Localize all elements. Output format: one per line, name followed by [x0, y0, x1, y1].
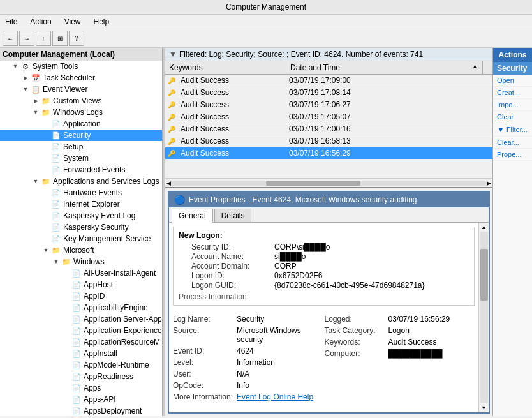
filter-icon-action: ▼ [497, 125, 505, 134]
scroll-up-btn[interactable]: ▲ [481, 224, 487, 230]
sidebar-item-apps-deployment[interactable]: 📄 AppsDeployment [0, 405, 162, 416]
setup-log-icon: 📄 [51, 142, 61, 152]
sidebar-item-all-user-install[interactable]: 📄 All-User-Install-Agent [0, 267, 162, 279]
sidebar-item-app-experience[interactable]: 📄 Application-Experience [0, 325, 162, 336]
sidebar-item-kaspersky-event[interactable]: 📄 Kaspersky Event Log [0, 210, 162, 221]
sidebar-item-event-viewer[interactable]: ▼ 📋 Event Viewer [0, 84, 162, 95]
tab-details[interactable]: Details [214, 209, 252, 222]
event-properties-tabs: General Details [169, 207, 489, 223]
info-label: Task Category: [325, 326, 388, 335]
table-row[interactable]: 🔑 Audit Success 03/07/19 16:58:13 [165, 135, 492, 147]
windows-folder-icon: 📁 [61, 257, 71, 267]
table-row[interactable]: 🔑 Audit Success 03/07/19 17:08:14 [165, 87, 492, 99]
sidebar-item-system[interactable]: 📄 System [0, 153, 162, 164]
up-button[interactable]: ↑ [36, 31, 51, 46]
scroll-left-btn[interactable]: ◀ [166, 180, 171, 186]
sidebar-item-microsoft[interactable]: ▼ 📁 Microsoft [0, 244, 162, 256]
sidebar-item-appreadiness[interactable]: 📄 AppReadiness [0, 371, 162, 382]
sidebar-item-custom-views[interactable]: ▶ 📁 Custom Views [0, 95, 162, 107]
sidebar-item-applicability-engine[interactable]: 📄 ApplicabilityEngine [0, 302, 162, 313]
spacer [41, 165, 51, 175]
action-import[interactable]: Impo... [493, 99, 532, 111]
info-label: Source: [173, 326, 237, 344]
properties-scrollbar[interactable]: ▲ ▼ [478, 223, 489, 412]
info-row: Task Category: Logon [325, 325, 475, 336]
logon-field-value: 0x6752D02F6 [274, 271, 322, 280]
table-row[interactable]: 🔑 Audit Success 03/07/19 17:09:00 [165, 75, 492, 87]
sidebar-item-label: Application-Experience [84, 326, 162, 335]
action-clear[interactable]: Clear [493, 111, 532, 123]
sidebar-item-key-management[interactable]: 📄 Key Management Service [0, 233, 162, 244]
info-row: Event ID: 4624 [173, 345, 323, 357]
sidebar-item-app-resource-m[interactable]: 📄 ApplicationResourceM [0, 336, 162, 348]
menu-help[interactable]: Help [91, 16, 112, 27]
info-label: More Information: [173, 392, 237, 401]
sidebar-item-kaspersky-security[interactable]: 📄 Kaspersky Security [0, 221, 162, 233]
log-icon: 📄 [71, 371, 82, 382]
sidebar-item-task-scheduler[interactable]: ▶ 📅 Task Scheduler [0, 72, 162, 84]
back-button[interactable]: ← [3, 31, 18, 46]
table-row[interactable]: 🔑 Audit Success 03/07/19 17:05:07 [165, 111, 492, 123]
sidebar-item-apps-api[interactable]: 📄 Apps-API [0, 394, 162, 405]
sidebar-item-appid[interactable]: 📄 AppID [0, 290, 162, 302]
sidebar-item-windows-folder[interactable]: ▼ 📁 Windows [0, 256, 162, 267]
info-label: Keywords: [325, 338, 388, 347]
sidebar-item-setup[interactable]: 📄 Setup [0, 141, 162, 153]
sidebar-item-forwarded-events[interactable]: 📄 Forwarded Events [0, 164, 162, 175]
expand-icon: ▼ [31, 107, 41, 117]
event-log-online-help-link[interactable]: Event Log Online Help [237, 392, 313, 401]
action-properties[interactable]: Prope... [493, 149, 532, 161]
sidebar-item-windows-logs[interactable]: ▼ 📁 Windows Logs [0, 107, 162, 118]
scroll-right-btn[interactable]: ▶ [487, 180, 491, 186]
table-row[interactable]: 🔑 Audit Success 03/07/19 16:56:29 [165, 147, 492, 160]
custom-views-icon: 📁 [41, 96, 51, 106]
filter-bar: ▼ Filtered: Log: Security; Source: ; Eve… [165, 48, 492, 61]
expand-icon: ▶ [20, 73, 31, 83]
sidebar-item-system-tools[interactable]: ▼ ⚙ System Tools [0, 61, 162, 72]
horizontal-scrollbar[interactable]: ◀ ▶ [165, 178, 492, 187]
log-icon: 📄 [71, 291, 82, 301]
sidebar-item-app-server[interactable]: 📄 Application Server-App [0, 313, 162, 325]
sidebar-item-label: Task Scheduler [43, 73, 95, 82]
help-button[interactable]: ? [69, 31, 84, 46]
sidebar-item-security[interactable]: 📄 Security [0, 130, 162, 141]
sidebar-item-application[interactable]: 📄 Application [0, 118, 162, 130]
action-create[interactable]: Creat... [493, 87, 532, 99]
sidebar-item-internet-explorer[interactable]: 📄 Internet Explorer [0, 198, 162, 210]
spacer [61, 280, 71, 290]
table-row[interactable]: 🔑 Audit Success 03/07/19 17:06:27 [165, 99, 492, 111]
table-row[interactable]: 🔑 Audit Success 03/07/19 17:00:16 [165, 123, 492, 135]
sidebar-item-app-services-logs[interactable]: ▼ 📁 Applications and Services Logs [0, 175, 162, 187]
spacer [61, 314, 71, 324]
action-open[interactable]: Open [493, 75, 532, 87]
spacer [61, 371, 71, 382]
scroll-down-btn[interactable]: ▼ [481, 405, 487, 411]
menu-action[interactable]: Action [27, 16, 54, 27]
sidebar-item-label: ApplicationResourceM [84, 338, 160, 347]
actions-header: Actions [493, 48, 532, 62]
action-clear2[interactable]: Clear... [493, 137, 532, 149]
logon-row: Account Name: si████o [179, 252, 469, 261]
vert-scroll-track[interactable] [480, 232, 488, 403]
sidebar-item-appmodel-runtime[interactable]: 📄 AppModel-Runtime [0, 359, 162, 371]
tab-general[interactable]: General [172, 209, 213, 223]
sidebar-item-apps[interactable]: 📄 Apps [0, 382, 162, 394]
sidebar-item-hardware-events[interactable]: 📄 Hardware Events [0, 187, 162, 198]
logon-section: New Logon: Security ID: CORP\si████o Acc… [173, 227, 475, 306]
vert-scroll-thumb[interactable] [480, 249, 488, 301]
col-header-datetime[interactable]: Date and Time ▲ [286, 61, 482, 74]
forward-button[interactable]: → [19, 31, 34, 46]
log-icon: 📄 [71, 406, 82, 416]
menu-view[interactable]: View [62, 16, 84, 27]
event-table-body[interactable]: 🔑 Audit Success 03/07/19 17:09:00 🔑 Audi… [165, 75, 492, 178]
menu-file[interactable]: File [3, 16, 20, 27]
info-value: Info [237, 381, 323, 390]
grid-button[interactable]: ⊞ [52, 31, 68, 46]
action-filter[interactable]: ▼Filter... [493, 123, 532, 137]
col-header-keywords[interactable]: Keywords [165, 61, 286, 74]
sidebar-item-apphost[interactable]: 📄 AppHost [0, 279, 162, 290]
expand-icon: ▼ [41, 245, 51, 255]
scroll-thumb[interactable] [266, 181, 361, 186]
scroll-track[interactable] [171, 181, 487, 186]
sidebar-item-appinstall[interactable]: 📄 AppInstall [0, 348, 162, 359]
